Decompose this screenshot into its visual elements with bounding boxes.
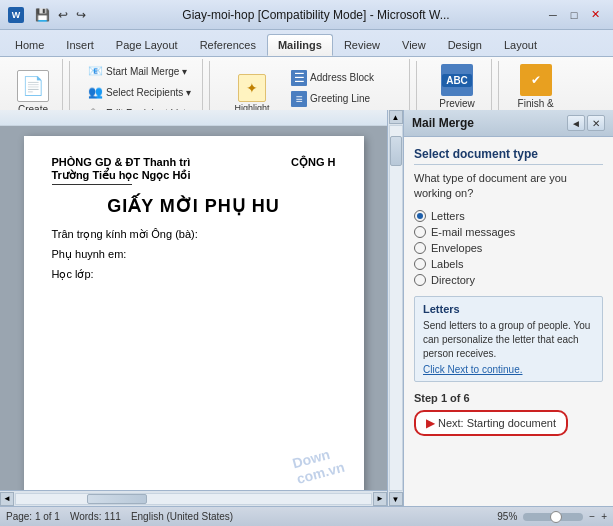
hscroll-track[interactable]	[15, 493, 372, 505]
document-area: PHÒNG GD & ĐT Thanh trì CỘNG H Trường Ti…	[0, 110, 403, 506]
horizontal-scrollbar[interactable]: ◄ ►	[0, 490, 387, 506]
save-quick-btn[interactable]: 💾	[32, 7, 53, 23]
panel-close-btn[interactable]: ✕	[587, 115, 605, 131]
panel-title: Mail Merge	[412, 116, 474, 130]
radio-directory[interactable]: Directory	[414, 274, 603, 286]
panel-controls[interactable]: ◄ ✕	[567, 115, 605, 131]
title-bar-left: W 💾 ↩ ↪	[8, 7, 89, 23]
tab-insert[interactable]: Insert	[55, 34, 105, 56]
radio-directory-label: Directory	[431, 274, 475, 286]
status-bar: Page: 1 of 1 Words: 111 English (United …	[0, 506, 613, 526]
tab-home[interactable]: Home	[4, 34, 55, 56]
tab-review[interactable]: Review	[333, 34, 391, 56]
zoom-in-icon[interactable]: +	[601, 511, 607, 522]
click-next-link[interactable]: Click Next to continue.	[423, 364, 594, 375]
greeting-line-label: Greeting Line	[310, 93, 370, 104]
title-bar: W 💾 ↩ ↪ Giay-moi-hop [Compatibility Mode…	[0, 0, 613, 30]
minimize-button[interactable]: ─	[543, 7, 563, 23]
quick-access-toolbar[interactable]: 💾 ↩ ↪	[32, 7, 89, 23]
abc-label: ABC	[442, 74, 472, 87]
radio-labels[interactable]: Labels	[414, 258, 603, 270]
greeting-line-button[interactable]: ≡ Greeting Line	[286, 89, 403, 109]
next-arrow-icon: ▶	[426, 416, 435, 430]
panel-question: What type of document are you working on…	[414, 171, 603, 202]
zoom-level: 95%	[497, 511, 517, 522]
doc-title: GIẤY MỜI PHỤ HU	[52, 195, 336, 217]
body-line-2: Phụ huynh em:	[52, 245, 336, 265]
document-page: PHÒNG GD & ĐT Thanh trì CỘNG H Trường Ti…	[24, 136, 364, 490]
radio-letters-circle	[414, 210, 426, 222]
start-mail-merge-label: Start Mail Merge ▾	[106, 66, 187, 77]
scroll-down-button[interactable]: ▼	[389, 492, 403, 506]
ribbon-tabs: Home Insert Page Layout References Maili…	[0, 30, 613, 56]
tab-design[interactable]: Design	[437, 34, 493, 56]
radio-labels-label: Labels	[431, 258, 463, 270]
zoom-out-icon[interactable]: −	[589, 511, 595, 522]
maximize-button[interactable]: □	[564, 7, 584, 23]
recipients-icon: 👥	[87, 84, 103, 100]
address-block-button[interactable]: ☰ Address Block	[286, 68, 403, 88]
radio-group-doc-type: Letters E-mail messages Envelopes Labels…	[414, 210, 603, 286]
zoom-slider[interactable]	[523, 513, 583, 521]
doc-underline	[52, 184, 132, 185]
org-name: PHÒNG GD & ĐT Thanh trì	[52, 156, 191, 169]
tab-page-layout[interactable]: Page Layout	[105, 34, 189, 56]
scroll-right-button[interactable]: ►	[373, 492, 387, 506]
right-org-text: CỘNG H	[291, 156, 335, 169]
scroll-up-button[interactable]: ▲	[389, 110, 403, 124]
language-info: English (United States)	[131, 511, 233, 522]
undo-quick-btn[interactable]: ↩	[55, 7, 71, 23]
letters-box-title: Letters	[423, 303, 594, 315]
word-count: Words: 111	[70, 511, 121, 522]
highlight-icon: ✦	[238, 74, 266, 102]
doc-header: PHÒNG GD & ĐT Thanh trì CỘNG H Trường Ti…	[52, 156, 336, 185]
finish-icon: ✔	[520, 64, 552, 96]
radio-email[interactable]: E-mail messages	[414, 226, 603, 238]
radio-labels-circle	[414, 258, 426, 270]
scroll-left-button[interactable]: ◄	[0, 492, 14, 506]
address-block-icon: ☰	[291, 70, 307, 86]
start-mail-merge-button[interactable]: 📧 Start Mail Merge ▾	[82, 61, 196, 81]
letters-box-text: Send letters to a group of people. You c…	[423, 319, 594, 361]
preview-icon: ABC	[441, 64, 473, 96]
school-name: Trường Tiểu học Ngọc Hồi	[52, 169, 191, 181]
create-icon: 📄	[17, 70, 49, 102]
hscroll-thumb[interactable]	[87, 494, 147, 504]
doc-org-line: PHÒNG GD & ĐT Thanh trì CỘNG H	[52, 156, 336, 169]
ruler	[0, 110, 403, 126]
radio-letters[interactable]: Letters	[414, 210, 603, 222]
step-indicator: Step 1 of 6	[414, 392, 603, 404]
tab-view[interactable]: View	[391, 34, 437, 56]
body-line-3: Học lớp:	[52, 265, 336, 285]
tab-layout[interactable]: Layout	[493, 34, 548, 56]
redo-quick-btn[interactable]: ↪	[73, 7, 89, 23]
radio-letters-label: Letters	[431, 210, 465, 222]
next-button[interactable]: ▶ Next: Starting document	[414, 410, 568, 436]
tab-mailings[interactable]: Mailings	[267, 34, 333, 56]
scroll-track[interactable]	[389, 125, 403, 491]
tab-references[interactable]: References	[189, 34, 267, 56]
status-bar-right: 95% − +	[497, 511, 607, 522]
app-icon: W	[8, 7, 24, 23]
select-recipients-button[interactable]: 👥 Select Recipients ▾	[82, 82, 196, 102]
doc-body: Trân trọng kính mời Ông (bà): Phụ huynh …	[52, 225, 336, 284]
close-button[interactable]: ✕	[585, 7, 605, 23]
panel-arrow-btn[interactable]: ◄	[567, 115, 585, 131]
panel-body: Select document type What type of docume…	[404, 137, 613, 506]
next-button-label: Next: Starting document	[438, 417, 556, 429]
radio-email-label: E-mail messages	[431, 226, 515, 238]
address-block-label: Address Block	[310, 72, 374, 83]
zoom-thumb[interactable]	[550, 511, 562, 523]
vertical-scrollbar[interactable]: ▲ ▼	[387, 110, 403, 506]
select-recipients-label: Select Recipients ▾	[106, 87, 191, 98]
doc-school-line: Trường Tiểu học Ngọc Hồi	[52, 169, 336, 182]
letters-info-box: Letters Send letters to a group of peopl…	[414, 296, 603, 382]
mail-merge-panel: Mail Merge ◄ ✕ Select document type What…	[403, 110, 613, 506]
page-info: Page: 1 of 1	[6, 511, 60, 522]
body-line-1: Trân trọng kính mời Ông (bà):	[52, 225, 336, 245]
main-area: PHÒNG GD & ĐT Thanh trì CỘNG H Trường Ti…	[0, 110, 613, 506]
doc-scroll-container[interactable]: PHÒNG GD & ĐT Thanh trì CỘNG H Trường Ti…	[0, 126, 387, 490]
radio-envelopes[interactable]: Envelopes	[414, 242, 603, 254]
window-controls[interactable]: ─ □ ✕	[543, 7, 605, 23]
scroll-thumb[interactable]	[390, 136, 402, 166]
